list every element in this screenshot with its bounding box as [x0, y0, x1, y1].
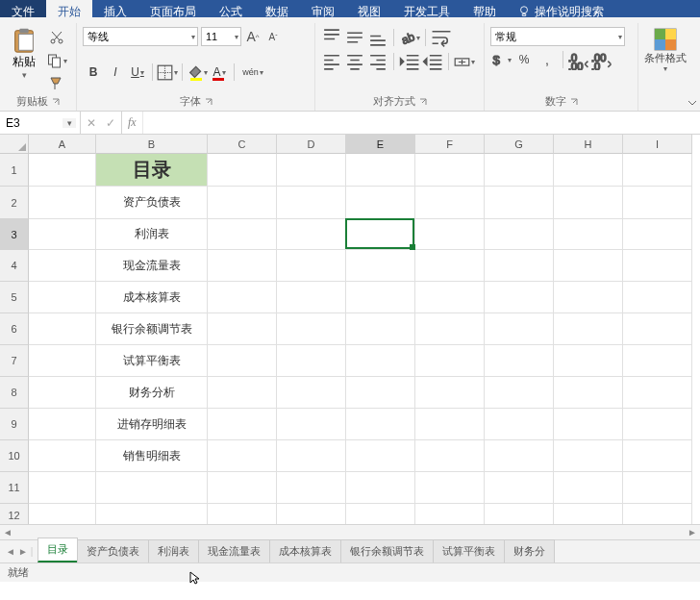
row-header-6[interactable]: 6 [0, 313, 29, 345]
cell-D12[interactable] [277, 504, 346, 524]
increase-decimal-button[interactable]: .0.00 [568, 49, 589, 70]
cell-H4[interactable] [554, 250, 623, 282]
cell-D7[interactable] [277, 345, 346, 377]
cell-D5[interactable] [277, 282, 346, 313]
horizontal-scrollbar[interactable]: ◄ ► [0, 524, 700, 539]
align-middle-button[interactable] [344, 27, 365, 48]
cell-H10[interactable] [554, 440, 623, 472]
scroll-left-button[interactable]: ◄ [0, 527, 15, 538]
cell-D10[interactable] [277, 440, 346, 472]
cell-I1[interactable] [623, 154, 692, 187]
cell-G2[interactable] [485, 187, 554, 219]
cell-G6[interactable] [485, 313, 554, 345]
merge-center-button[interactable]: ▾ [454, 51, 475, 72]
cell-C9[interactable] [208, 409, 277, 440]
align-left-button[interactable] [321, 51, 342, 72]
row-header-7[interactable]: 7 [0, 345, 29, 377]
cell-B8[interactable]: 财务分析 [96, 377, 208, 409]
worksheet-grid[interactable]: ABCDEFGHI 123456789101112 目录资产负债表利润表现金流量… [0, 135, 700, 524]
cell-H11[interactable] [554, 472, 623, 504]
name-box[interactable]: E3▾ [0, 112, 81, 134]
row-header-10[interactable]: 10 [0, 440, 29, 472]
cell-E11[interactable] [346, 472, 415, 504]
cell-F9[interactable] [415, 409, 485, 440]
cell-B3[interactable]: 利润表 [96, 219, 208, 250]
cell-H1[interactable] [554, 154, 623, 187]
cell-F11[interactable] [415, 472, 485, 504]
underline-button[interactable]: U▾ [127, 62, 148, 83]
align-top-button[interactable] [321, 27, 342, 48]
column-header-G[interactable]: G [485, 135, 554, 154]
cell-F2[interactable] [415, 187, 485, 219]
cell-D4[interactable] [277, 250, 346, 282]
cell-G11[interactable] [485, 472, 554, 504]
cell-G12[interactable] [485, 504, 554, 524]
cell-E6[interactable] [346, 313, 415, 345]
sheet-tab-2[interactable]: 利润表 [148, 539, 199, 562]
cell-B2[interactable]: 资产负债表 [96, 187, 208, 219]
cell-F1[interactable] [415, 154, 485, 187]
cell-A3[interactable] [29, 219, 96, 250]
cell-I10[interactable] [623, 440, 692, 472]
align-right-button[interactable] [367, 51, 388, 72]
tab-nav-last[interactable]: ► [18, 546, 28, 557]
scroll-right-button[interactable]: ► [685, 527, 700, 538]
cell-I9[interactable] [623, 409, 692, 440]
cell-G8[interactable] [485, 377, 554, 409]
cell-C2[interactable] [208, 187, 277, 219]
column-header-E[interactable]: E [346, 135, 415, 154]
launcher-icon[interactable] [419, 98, 427, 106]
row-header-1[interactable]: 1 [0, 154, 29, 187]
cell-C7[interactable] [208, 345, 277, 377]
cell-H8[interactable] [554, 377, 623, 409]
align-bottom-button[interactable] [367, 27, 388, 48]
cut-button[interactable] [46, 27, 67, 48]
ribbon-collapse-button[interactable] [687, 97, 698, 109]
cell-D3[interactable] [277, 219, 346, 250]
cell-A4[interactable] [29, 250, 96, 282]
cell-E7[interactable] [346, 345, 415, 377]
launcher-icon[interactable] [52, 98, 60, 106]
cell-A6[interactable] [29, 313, 96, 345]
sheet-tab-1[interactable]: 资产负债表 [77, 539, 149, 562]
cell-D6[interactable] [277, 313, 346, 345]
sheet-tab-7[interactable]: 财务分 [504, 539, 555, 562]
cell-D9[interactable] [277, 409, 346, 440]
cell-E8[interactable] [346, 377, 415, 409]
cell-I2[interactable] [623, 187, 692, 219]
cell-E12[interactable] [346, 504, 415, 524]
paste-button[interactable]: 粘贴 ▾ [6, 27, 42, 80]
cell-I6[interactable] [623, 313, 692, 345]
increase-indent-button[interactable] [422, 51, 443, 72]
column-header-I[interactable]: I [623, 135, 692, 154]
cell-I8[interactable] [623, 377, 692, 409]
cell-B5[interactable]: 成本核算表 [96, 282, 208, 313]
cell-C5[interactable] [208, 282, 277, 313]
cell-I3[interactable] [623, 219, 692, 250]
cell-G5[interactable] [485, 282, 554, 313]
row-header-8[interactable]: 8 [0, 377, 29, 409]
cell-G9[interactable] [485, 409, 554, 440]
cell-C3[interactable] [208, 219, 277, 250]
column-header-A[interactable]: A [29, 135, 96, 154]
cell-A7[interactable] [29, 345, 96, 377]
cell-D1[interactable] [277, 154, 346, 187]
cell-C12[interactable] [208, 504, 277, 524]
cell-E2[interactable] [346, 187, 415, 219]
cell-G10[interactable] [485, 440, 554, 472]
fx-cancel-button[interactable]: ✕ [87, 116, 96, 130]
cell-D11[interactable] [277, 472, 346, 504]
cell-A11[interactable] [29, 472, 96, 504]
column-header-C[interactable]: C [208, 135, 277, 154]
copy-button[interactable]: ▾ [46, 50, 67, 71]
cell-C1[interactable] [208, 154, 277, 187]
cell-B1[interactable]: 目录 [96, 154, 208, 187]
row-header-5[interactable]: 5 [0, 282, 29, 313]
cell-D8[interactable] [277, 377, 346, 409]
sheet-tab-3[interactable]: 现金流量表 [198, 539, 270, 562]
comma-button[interactable]: , [537, 49, 558, 70]
row-header-11[interactable]: 11 [0, 472, 29, 504]
cell-I7[interactable] [623, 345, 692, 377]
decrease-indent-button[interactable] [399, 51, 420, 72]
fx-enter-button[interactable]: ✓ [106, 116, 115, 130]
